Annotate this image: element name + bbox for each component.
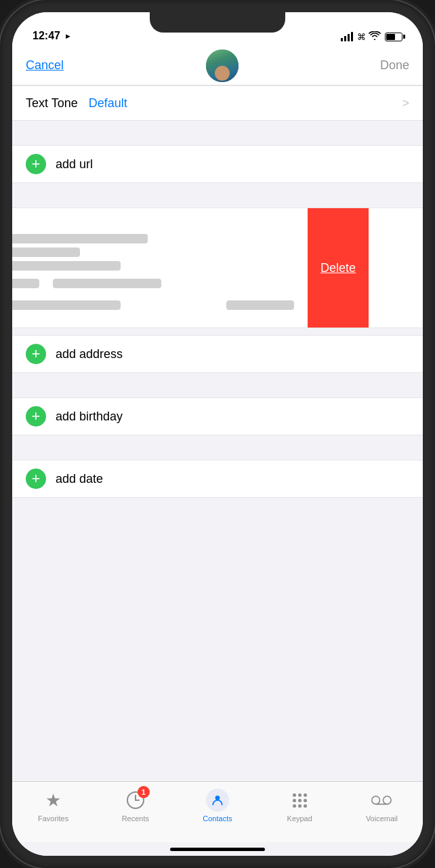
address-content: me › [12, 208, 423, 328]
home-indicator [12, 842, 423, 856]
tab-bar: ★ Favorites 1 Recents [12, 781, 423, 842]
add-date-row[interactable]: + add date [12, 460, 423, 498]
phone-screen: 12:47 ► ⌘ [12, 12, 423, 856]
nav-bar: Cancel Done [12, 46, 423, 85]
add-date-label: add date [56, 472, 103, 486]
avatar [206, 50, 239, 82]
section-separator-1 [12, 121, 423, 145]
cancel-button[interactable]: Cancel [26, 58, 64, 73]
phone-frame: 12:47 ► ⌘ [0, 0, 435, 868]
add-birthday-label: add birthday [56, 410, 123, 424]
text-tone-row[interactable]: Text Tone Default > [12, 85, 423, 121]
tab-contacts[interactable]: Contacts [176, 789, 258, 823]
add-address-label: add address [56, 347, 123, 361]
section-separator-3 [12, 328, 423, 335]
voicemail-icon [371, 794, 392, 806]
add-date-icon: + [26, 469, 46, 489]
tab-keypad-label: Keypad [287, 814, 312, 823]
text-tone-value: Default [89, 96, 127, 111]
content-area: Text Tone Default > + add url [12, 85, 423, 781]
add-address-row[interactable]: + add address [12, 335, 423, 373]
status-icons: ⌘ [341, 31, 402, 42]
address-fields: me › [12, 208, 308, 328]
favorites-icon: ★ [45, 790, 61, 811]
keypad-icon [293, 793, 307, 808]
add-url-row[interactable]: + add url [12, 145, 423, 183]
notch [150, 12, 285, 33]
address-slide-wrapper: me › [12, 208, 369, 328]
add-url-label: add url [56, 157, 93, 172]
svg-point-1 [215, 795, 220, 800]
tab-keypad[interactable]: Keypad [259, 789, 341, 823]
chevron-right-icon: > [402, 96, 409, 111]
tab-voicemail-label: Voicemail [366, 814, 398, 823]
svg-point-3 [384, 796, 392, 804]
location-arrow-icon: ► [64, 32, 72, 40]
done-button[interactable]: Done [380, 58, 409, 73]
svg-point-2 [372, 796, 380, 804]
tab-recents[interactable]: 1 Recents [94, 789, 176, 823]
delete-button[interactable]: Delete [308, 208, 369, 328]
signal-bars-icon [341, 32, 353, 41]
section-separator-5 [12, 435, 423, 460]
tab-voicemail[interactable]: Voicemail [341, 789, 423, 823]
add-address-icon: + [26, 344, 46, 364]
add-birthday-row[interactable]: + add birthday [12, 397, 423, 435]
status-time: 12:47 ► [33, 30, 72, 42]
section-separator-2 [12, 183, 423, 208]
address-section: me › [12, 208, 423, 328]
tab-favorites[interactable]: ★ Favorites [12, 789, 94, 823]
section-separator-4 [12, 373, 423, 397]
tab-recents-label: Recents [122, 814, 149, 823]
text-tone-label: Text Tone [26, 96, 78, 111]
tab-contacts-label: Contacts [203, 814, 232, 823]
tab-favorites-label: Favorites [38, 814, 68, 823]
recents-badge: 1 [138, 786, 150, 798]
wifi-icon: ⌘ [357, 31, 381, 42]
delete-label: Delete [320, 261, 356, 275]
add-birthday-icon: + [26, 406, 46, 427]
contacts-icon [211, 793, 224, 807]
home-bar [170, 848, 265, 851]
add-url-icon: + [26, 154, 46, 174]
battery-icon [385, 33, 402, 41]
